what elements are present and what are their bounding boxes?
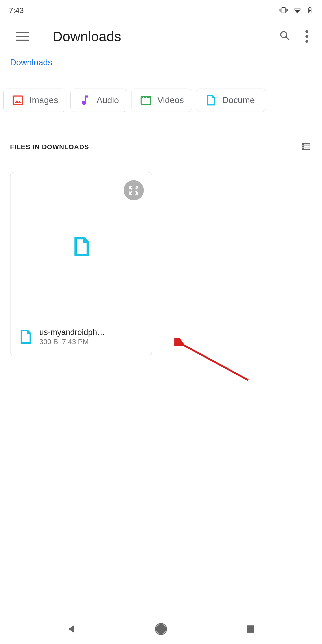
app-bar: Downloads <box>0 20 322 56</box>
more-options-button[interactable] <box>303 30 311 43</box>
nav-recent-button[interactable] <box>242 621 258 637</box>
menu-button[interactable] <box>14 28 30 44</box>
filter-chip-documents[interactable]: Docume <box>196 88 266 112</box>
status-bar: 7:43 <box>0 0 322 20</box>
status-icons <box>278 6 313 15</box>
nav-back-button[interactable] <box>64 621 80 637</box>
file-grid: us-myandroidph… 300 B 7:43 PM <box>0 153 322 374</box>
file-item[interactable]: us-myandroidph… 300 B 7:43 PM <box>10 172 152 355</box>
file-info: us-myandroidph… 300 B 7:43 PM <box>10 321 152 355</box>
filter-chip-label: Images <box>30 95 58 105</box>
battery-charging-icon <box>306 6 313 15</box>
file-type-icon <box>17 328 34 345</box>
file-meta: 300 B 7:43 PM <box>39 338 105 346</box>
svg-rect-2 <box>302 143 304 145</box>
expand-icon[interactable] <box>124 180 144 200</box>
breadcrumb-downloads[interactable]: Downloads <box>10 58 52 67</box>
file-name: us-myandroidph… <box>39 328 105 337</box>
navigation-bar <box>0 614 322 644</box>
image-icon <box>12 94 24 106</box>
video-icon <box>140 94 152 106</box>
breadcrumb: Downloads <box>0 56 322 75</box>
filter-chip-videos[interactable]: Videos <box>131 88 192 112</box>
svg-rect-3 <box>302 146 304 147</box>
document-icon <box>204 94 217 106</box>
nav-home-button[interactable] <box>153 621 169 637</box>
list-view-toggle[interactable] <box>300 141 312 153</box>
filter-chip-label: Audio <box>96 95 119 105</box>
status-time: 7:43 <box>9 6 24 15</box>
audio-icon <box>79 94 91 106</box>
filter-chip-label: Docume <box>222 95 255 105</box>
filter-chips: Images Audio Videos Docume <box>0 75 322 112</box>
filter-chip-label: Videos <box>158 95 184 105</box>
filter-chip-images[interactable]: Images <box>3 88 66 112</box>
app-title: Downloads <box>52 28 270 44</box>
svg-rect-0 <box>13 96 22 104</box>
section-title: FILES IN DOWNLOADS <box>10 143 89 151</box>
section-header: FILES IN DOWNLOADS <box>0 112 322 153</box>
wifi-icon <box>292 6 302 14</box>
search-button[interactable] <box>278 30 292 44</box>
svg-rect-9 <box>247 626 254 632</box>
filter-chip-audio[interactable]: Audio <box>70 88 127 112</box>
svg-rect-4 <box>302 148 304 150</box>
vibration-icon <box>278 6 288 14</box>
svg-point-8 <box>156 624 166 634</box>
